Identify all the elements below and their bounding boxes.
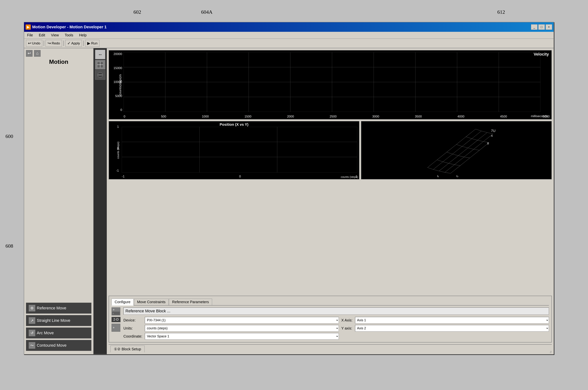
config-ref-label: Reference Move Block ...	[123, 307, 549, 315]
tab-configure[interactable]: Configure	[111, 299, 134, 306]
block-setup-icon: ①②	[114, 347, 120, 351]
svg-text:ℓ₂: ℓ₂	[456, 175, 458, 178]
annotation-600: 600	[5, 133, 13, 139]
position-y-label: counts (steps)	[116, 142, 120, 159]
two-d-label: 2-D	[111, 317, 120, 322]
expand-icon[interactable]: ↔	[95, 50, 105, 59]
device-label: Device:	[123, 318, 142, 322]
redo-button[interactable]: ↪ Redo	[46, 40, 62, 47]
apply-button[interactable]: ✓ Apply	[65, 40, 82, 47]
svg-text:A: A	[491, 134, 493, 137]
units-label: Units:	[123, 326, 142, 330]
form-grid: Device: PXI-7344 (1) X Axis: Axis 1 Unit…	[123, 317, 549, 340]
undo-button[interactable]: ↩ Undo	[26, 40, 42, 47]
toolbar: ↩ Undo ↪ Redo ✓ Apply ▶ Run	[24, 39, 554, 48]
position-chart-title: Position (X vs Y)	[219, 122, 248, 127]
annotation-612: 612	[497, 9, 505, 15]
right-area: Velocity counts(steps)/s milliseconds 20…	[107, 48, 554, 354]
config-content: ⚙ ⌂ 2-D ⚙	[111, 307, 549, 340]
coordinate-select[interactable]: Vector Space 1	[145, 333, 339, 340]
menu-help[interactable]: Help	[78, 33, 88, 38]
config-icon-group: ⚙ ⌂ 2-D ⚙	[111, 307, 120, 332]
block-setup-tab[interactable]: ①② Block Setup	[110, 345, 145, 352]
coordinate-label: Coordinate:	[123, 334, 142, 339]
mid-btn-2[interactable]	[95, 70, 105, 80]
bottom-tab-bar: ①② Block Setup	[108, 344, 552, 352]
velocity-y-axis: 20000 15000 10000 5000 0	[110, 52, 122, 112]
position-x-axis: -1 0 1	[122, 175, 357, 178]
title-bar: ▶ Motion Developer - Motion Developer 1 …	[24, 22, 554, 32]
velocity-chart: Velocity counts(steps)/s milliseconds 20…	[108, 50, 552, 120]
motion-item-reference[interactable]: ⚙ Reference Move	[26, 303, 91, 314]
main-window: ▶ Motion Developer - Motion Developer 1 …	[24, 22, 554, 354]
straight-move-icon: ↗	[29, 317, 35, 324]
velocity-x-axis: 0 500 1000 1500 2000 2500 3000 3500 4000…	[124, 115, 550, 118]
y-axis-label: Y axis:	[341, 326, 353, 330]
mid-btn-1[interactable]	[95, 60, 105, 69]
close-button[interactable]: ×	[546, 24, 552, 30]
config-icon-2: ⚙	[111, 324, 120, 332]
motion-item-contoured[interactable]: 〜 Contoured Move	[26, 340, 91, 351]
toolbar-separator-1	[44, 41, 44, 46]
run-button[interactable]: ▶ Run	[85, 40, 100, 47]
menu-view[interactable]: View	[50, 33, 60, 38]
minimize-button[interactable]: _	[531, 24, 537, 30]
annotation-602: 602	[133, 9, 141, 15]
charts-container: Velocity counts(steps)/s milliseconds 20…	[108, 50, 552, 294]
menu-tools[interactable]: Tools	[64, 33, 74, 38]
left-panel: ↩ ⌂ Motion ⚙ Reference Move ↗ Straight L…	[24, 48, 94, 354]
back-icon[interactable]: ↩	[26, 50, 33, 57]
3d-chart-svg: 7U B A ℓ₁ ℓ₂	[361, 121, 551, 179]
annotation-608: 608	[5, 243, 13, 249]
middle-toolbar: ↔	[94, 48, 107, 354]
y-axis-select[interactable]: Axis 2	[355, 325, 549, 332]
x-axis-select[interactable]: Axis 1	[355, 317, 549, 324]
reference-move-icon: ⚙	[29, 305, 35, 311]
menu-bar: File Edit View Tools Help	[24, 32, 554, 39]
motion-item-arc[interactable]: ↺ Arc Move	[26, 328, 91, 339]
content-area: ↩ ⌂ Motion ⚙ Reference Move ↗ Straight L…	[24, 48, 554, 354]
svg-text:⌂: ⌂	[113, 312, 114, 314]
velocity-grid-svg	[124, 52, 540, 112]
svg-text:⚙: ⚙	[113, 309, 114, 311]
bottom-charts: Position (X vs Y) 1 0 -1 counts (steps)	[108, 121, 552, 180]
svg-rect-30	[418, 121, 495, 179]
menu-edit[interactable]: Edit	[38, 33, 46, 38]
tab-reference-parameters[interactable]: Reference Parameters	[169, 299, 212, 305]
svg-text:⚙: ⚙	[113, 327, 114, 329]
x-axis-label: X Axis:	[341, 318, 353, 322]
resize-handle[interactable]: //	[550, 350, 554, 354]
device-select[interactable]: PXI-7344 (1)	[145, 317, 339, 324]
maximize-button[interactable]: □	[538, 24, 545, 30]
toolbar-separator-2	[63, 41, 64, 46]
svg-text:7U: 7U	[491, 129, 495, 133]
arc-move-icon: ↺	[29, 330, 35, 336]
contoured-move-icon: 〜	[29, 342, 35, 349]
home-icon[interactable]: ⌂	[34, 50, 41, 57]
3d-chart: 7U B A ℓ₁ ℓ₂	[361, 121, 552, 180]
config-icon-1: ⚙ ⌂	[111, 307, 120, 315]
panel-title: Motion	[26, 58, 91, 303]
svg-text:B: B	[487, 142, 489, 145]
config-tabs: Configure Move Constraints Reference Par…	[111, 299, 549, 306]
motion-item-straight[interactable]: ↗ Straight Line Move	[26, 315, 91, 326]
position-chart: Position (X vs Y) 1 0 -1 counts (steps)	[108, 121, 360, 180]
annotation-604a: 604A	[201, 9, 213, 15]
panel-header: ↩ ⌂	[26, 50, 91, 57]
tab-move-constraints[interactable]: Move Constraints	[134, 299, 169, 305]
svg-text:ℓ₁: ℓ₁	[437, 175, 439, 178]
config-ref-row: Reference Move Block ...	[123, 307, 549, 315]
menu-file[interactable]: File	[26, 33, 34, 38]
window-title: Motion Developer - Motion Developer 1	[32, 25, 107, 29]
config-panel: Configure Move Constraints Reference Par…	[108, 296, 552, 342]
position-x-label: counts (steps)	[341, 175, 358, 178]
app-icon: ▶	[26, 24, 31, 30]
two-d-icon-group: 2-D	[111, 317, 120, 322]
units-select[interactable]: counts (steps)	[145, 325, 339, 332]
toolbar-separator-3	[83, 41, 84, 46]
position-grid-svg	[122, 127, 357, 173]
config-form: Reference Move Block ... Device: PXI-734…	[123, 307, 549, 340]
